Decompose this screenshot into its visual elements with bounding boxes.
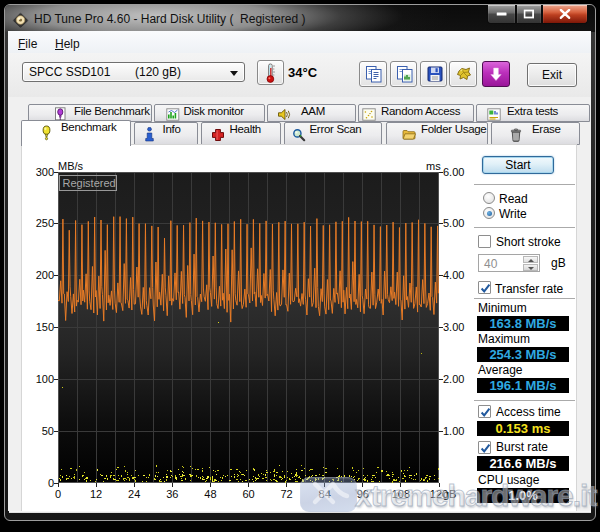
svg-text:Registered: Registered xyxy=(63,177,116,189)
